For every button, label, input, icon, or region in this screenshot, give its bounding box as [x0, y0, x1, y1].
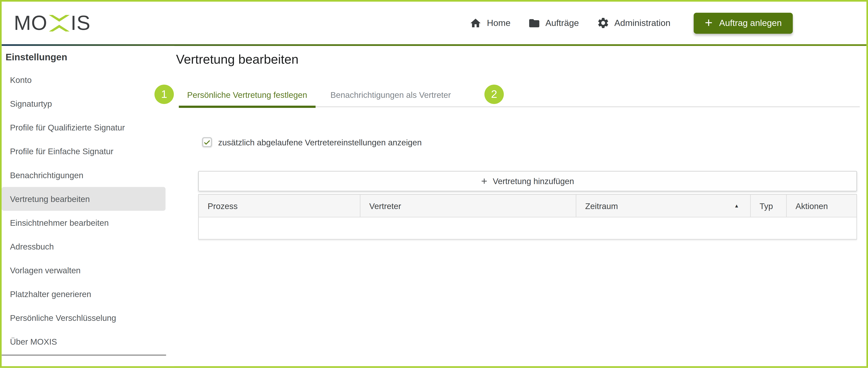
- folder-icon: [528, 17, 540, 29]
- add-vertretung-label: Vertretung hinzufügen: [493, 176, 574, 186]
- tab-persoenliche-vertretung-festlegen[interactable]: Persönliche Vertretung festlegen: [179, 82, 315, 107]
- add-vertretung-button[interactable]: + Vertretung hinzufügen: [198, 171, 857, 191]
- screenshot-root: MO IS Home: [0, 0, 868, 368]
- nav-label: Home: [487, 18, 510, 28]
- tab-benachrichtigungen-als-vertreter[interactable]: Benachrichtigungen als Vertreter: [322, 82, 459, 107]
- sidebar-item-vertretung-bearbeiten[interactable]: Vertretung bearbeiten: [2, 187, 165, 211]
- vertretungen-table: Prozess Vertreter Zeitraum ▲ Typ Aktione…: [198, 194, 857, 239]
- nav-label: Aufträge: [545, 18, 579, 28]
- table-empty-row: [199, 217, 857, 239]
- sidebar-divider: [2, 355, 166, 356]
- plus-icon: +: [481, 176, 487, 186]
- top-header-bar: MO IS Home: [2, 2, 866, 44]
- moxis-x-icon: [48, 15, 70, 31]
- sidebar-item-konto[interactable]: Konto: [2, 68, 165, 92]
- sidebar-item-profile-einfache-signatur[interactable]: Profile für Einfache Signatur: [2, 139, 165, 163]
- app-window: MO IS Home: [2, 2, 866, 366]
- column-header-vertreter[interactable]: Vertreter: [361, 195, 577, 217]
- column-header-aktionen[interactable]: Aktionen: [787, 195, 857, 217]
- column-header-typ[interactable]: Typ: [751, 195, 787, 217]
- tab-bar: Persönliche Vertretung festlegen Benachr…: [179, 82, 860, 107]
- main-navigation: Home Aufträge Administration: [470, 12, 866, 33]
- annotation-badge-1: 1: [154, 85, 174, 104]
- checkmark-icon: [203, 138, 211, 146]
- sidebar-item-adressbuch[interactable]: Adressbuch: [2, 235, 165, 258]
- logo-text-is: IS: [71, 11, 90, 35]
- settings-sidebar: Einstellungen Konto Signaturtyp Profile …: [2, 46, 174, 366]
- page-title: Vertretung bearbeiten: [176, 50, 299, 68]
- home-icon: [470, 17, 482, 29]
- header-gradient-divider: [2, 44, 866, 46]
- sidebar-item-profile-qualifizierte-signatur[interactable]: Profile für Qualifizierte Signatur: [2, 115, 165, 139]
- annotation-badge-2: 2: [484, 85, 504, 104]
- logo-text-mo: MO: [14, 11, 48, 35]
- sidebar-item-ueber-moxis[interactable]: Über MOXIS: [2, 330, 165, 354]
- nav-item-home[interactable]: Home: [470, 17, 510, 29]
- moxis-logo[interactable]: MO IS: [14, 11, 90, 35]
- nav-item-auftraege[interactable]: Aufträge: [528, 17, 579, 29]
- sidebar-item-persoenliche-verschluesselung[interactable]: Persönliche Verschlüsselung: [2, 306, 165, 330]
- create-order-button[interactable]: + Auftrag anlegen: [694, 12, 793, 33]
- sidebar-item-benachrichtigungen[interactable]: Benachrichtigungen: [2, 163, 165, 187]
- plus-icon: +: [705, 16, 712, 29]
- nav-label: Administration: [614, 18, 670, 28]
- sidebar-item-signaturtyp[interactable]: Signaturtyp: [2, 92, 165, 115]
- sidebar-item-platzhalter-generieren[interactable]: Platzhalter generieren: [2, 282, 165, 306]
- sidebar-heading: Einstellungen: [5, 52, 175, 64]
- column-header-zeitraum-label: Zeitraum: [585, 201, 618, 210]
- show-expired-settings-checkbox-row: zusätzlich abgelaufene Vertretereinstell…: [202, 137, 422, 147]
- sidebar-item-vorlagen-verwalten[interactable]: Vorlagen verwalten: [2, 258, 165, 282]
- sort-ascending-icon: ▲: [734, 203, 739, 208]
- column-header-prozess[interactable]: Prozess: [199, 195, 361, 217]
- show-expired-settings-checkbox[interactable]: [202, 137, 212, 147]
- checkbox-label: zusätzlich abgelaufene Vertretereinstell…: [218, 137, 422, 147]
- nav-item-administration[interactable]: Administration: [597, 16, 670, 29]
- table-header-row: Prozess Vertreter Zeitraum ▲ Typ Aktione…: [199, 195, 857, 217]
- column-header-zeitraum[interactable]: Zeitraum ▲: [577, 195, 751, 217]
- lime-frame-border: MO IS Home: [0, 0, 868, 368]
- sidebar-item-einsichtnehmer-bearbeiten[interactable]: Einsichtnehmer bearbeiten: [2, 211, 165, 235]
- create-order-label: Auftrag anlegen: [719, 18, 782, 28]
- gear-icon: [597, 16, 610, 29]
